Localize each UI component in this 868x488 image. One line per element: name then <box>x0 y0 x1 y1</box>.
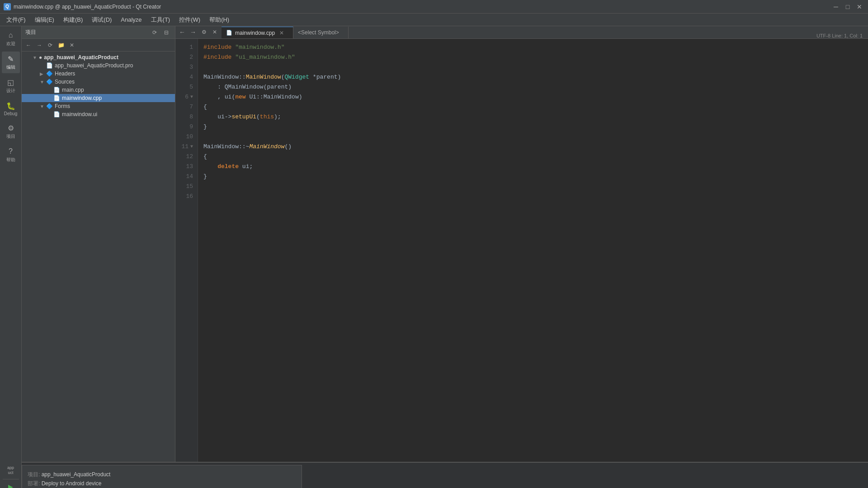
tab-close-btn[interactable]: ✕ <box>279 30 284 36</box>
code-content[interactable]: #include "mainwindow.h" #include "ui_mai… <box>198 39 868 462</box>
tab-select-symbol[interactable]: <Select Symbol> <box>293 27 349 38</box>
tree-item-root[interactable]: ▼ ● app_huawei_AquaticProduct <box>22 53 175 61</box>
tree-item-main-cpp[interactable]: 📄 main.cpp <box>22 86 175 94</box>
sidebar-item-design[interactable]: ◱ 设计 <box>2 75 20 97</box>
sidebar-label-help: 帮助 <box>6 157 15 163</box>
forms-icon: 🔷 <box>46 103 53 109</box>
sidebar-label-design: 设计 <box>6 88 15 94</box>
panel-title: 项目 <box>25 28 36 36</box>
menu-help[interactable]: 帮助(H) <box>205 14 234 26</box>
menu-debug[interactable]: 调试(D) <box>87 14 116 26</box>
window-controls: ─ □ ✕ <box>831 2 864 12</box>
kit-project-row: 项目: app_huawei_AquaticProduct <box>28 471 296 479</box>
line-numbers: 1 2 3 4 5 6▼ 7 8 9 10 11▼ 12 13 14 15 16 <box>175 39 198 462</box>
sidebar-label-welcome: 欢迎 <box>6 41 15 47</box>
editor-forward-btn[interactable]: → <box>188 27 198 37</box>
cpp-selected-icon: 📄 <box>53 95 60 101</box>
menu-controls[interactable]: 控件(W) <box>175 14 205 26</box>
maximize-button[interactable]: □ <box>843 2 853 12</box>
kit-project-value: app_huawei_AquaticProduct <box>42 471 111 478</box>
sidebar-item-welcome[interactable]: ⌂ 欢迎 <box>2 28 20 50</box>
panel-header: 项目 ⟳ ⊟ <box>22 26 175 39</box>
run-icon: ▶ <box>8 483 13 488</box>
editor-area: ← → ⚙ ✕ 📄 mainwindow.cpp ✕ <Select Symbo… <box>175 26 868 462</box>
sidebar-icons: ⌂ 欢迎 ✎ 编辑 ◱ 设计 🐛 Debug ⚙ 项目 ? 帮助 <box>0 26 22 462</box>
menu-edit[interactable]: 编辑(E) <box>30 14 59 26</box>
folder-icon: ● <box>39 54 42 61</box>
toolbar-forward-btn[interactable]: → <box>34 40 44 50</box>
help-icon: ? <box>6 147 15 156</box>
sidebar-item-debug[interactable]: 🐛 Debug <box>2 99 20 119</box>
design-icon: ◱ <box>6 78 15 87</box>
app-build-sidebar: appuct ▶ ▶ 🔨 <box>0 462 22 488</box>
pro-file-icon: 📄 <box>46 62 53 69</box>
toolbar-folder-btn[interactable]: 📁 <box>56 40 66 50</box>
welcome-icon: ⌂ <box>6 31 15 40</box>
editor-info: UTF-8 Line: 1, Col: 1 <box>811 33 868 38</box>
tree-item-headers[interactable]: ▶ 🔷 Headers <box>22 70 175 78</box>
sidebar-label-edit: 编辑 <box>6 64 15 70</box>
menu-analyze[interactable]: Analyze <box>116 14 146 25</box>
sidebar-label-project: 项目 <box>6 133 15 140</box>
build-app-label: appuct <box>1 464 21 477</box>
editor-tab-bar: ← → ⚙ ✕ 📄 mainwindow.cpp ✕ <Select Symbo… <box>175 26 868 39</box>
kit-deploy-row: 部署: Deploy to Android device <box>28 480 296 488</box>
debug-icon: 🐛 <box>6 101 15 110</box>
sidebar-item-project[interactable]: ⚙ 项目 <box>2 121 20 142</box>
menu-file[interactable]: 文件(F) <box>2 14 30 26</box>
editor-options-btn[interactable]: ⚙ <box>199 27 209 37</box>
tree-item-pro[interactable]: 📄 app_huawei_AquaticProduct.pro <box>22 61 175 70</box>
tree-item-mainwindow-ui[interactable]: 📄 mainwindow.ui <box>22 110 175 118</box>
project-icon: ⚙ <box>6 123 15 132</box>
toolbar-sync-btn[interactable]: ⟳ <box>45 40 55 50</box>
tree-item-mainwindow-cpp[interactable]: 📄 mainwindow.cpp <box>22 94 175 102</box>
tab-mainwindow-cpp[interactable]: 📄 mainwindow.cpp ✕ <box>222 27 293 38</box>
toolbar-close-btn[interactable]: ✕ <box>67 40 77 50</box>
tree-item-forms[interactable]: ▼ 🔷 Forms <box>22 102 175 110</box>
menu-build[interactable]: 构建(B) <box>59 14 87 26</box>
tab-file-icon: 📄 <box>226 30 232 36</box>
sources-icon: 🔷 <box>46 79 53 85</box>
menubar: 文件(F) 编辑(E) 构建(B) 调试(D) Analyze 工具(T) 控件… <box>0 14 868 26</box>
bottom-panel: appuct ▶ ▶ 🔨 项目: app_huawei_AquaticProdu… <box>0 462 868 488</box>
sidebar-item-edit[interactable]: ✎ 编辑 <box>2 52 20 73</box>
app-icon: Q <box>4 3 11 10</box>
minimize-button[interactable]: ─ <box>831 2 841 12</box>
panel-filter-btn[interactable]: ⊟ <box>161 28 171 38</box>
code-editor[interactable]: 1 2 3 4 5 6▼ 7 8 9 10 11▼ 12 13 14 15 16… <box>175 39 868 462</box>
headers-icon: 🔷 <box>46 70 53 77</box>
kit-deploy-value: Deploy to Android device <box>42 480 102 487</box>
editor-close-btn[interactable]: ✕ <box>210 27 220 37</box>
sidebar-label-debug: Debug <box>4 111 17 116</box>
run-button[interactable]: ▶ <box>1 481 21 488</box>
toolbar-back-btn[interactable]: ← <box>24 40 33 50</box>
main-layout: ⌂ 欢迎 ✎ 编辑 ◱ 设计 🐛 Debug ⚙ 项目 ? 帮助 项目 ⟳ <box>0 26 868 462</box>
close-button[interactable]: ✕ <box>854 2 864 12</box>
panel-sync-btn[interactable]: ⟳ <box>150 28 160 38</box>
edit-icon: ✎ <box>6 54 15 63</box>
tab-label: mainwindow.cpp <box>235 30 275 36</box>
panel-toolbar: ← → ⟳ 📁 ✕ <box>22 39 175 52</box>
editor-back-btn[interactable]: ← <box>177 27 187 37</box>
file-tree: ▼ ● app_huawei_AquaticProduct 📄 app_huaw… <box>22 52 175 462</box>
menu-tools[interactable]: 工具(T) <box>146 14 175 26</box>
window-title: mainwindow.cpp @ app_huawei_AquaticProdu… <box>14 4 831 10</box>
titlebar: Q mainwindow.cpp @ app_huawei_AquaticPro… <box>0 0 868 14</box>
ui-file-icon: 📄 <box>53 111 60 117</box>
cpp-file-icon: 📄 <box>53 87 60 93</box>
tree-item-sources[interactable]: ▼ 🔷 Sources <box>22 78 175 86</box>
project-panel: 项目 ⟳ ⊟ ← → ⟳ 📁 ✕ ▼ ● app_huawei_AquaticP… <box>22 26 175 462</box>
app-text: appuct <box>7 465 14 475</box>
sidebar-item-help[interactable]: ? 帮助 <box>2 144 20 166</box>
tab-symbol-label: <Select Symbol> <box>298 29 339 36</box>
kit-popup: 项目: app_huawei_AquaticProduct 部署: Deploy… <box>22 465 302 488</box>
